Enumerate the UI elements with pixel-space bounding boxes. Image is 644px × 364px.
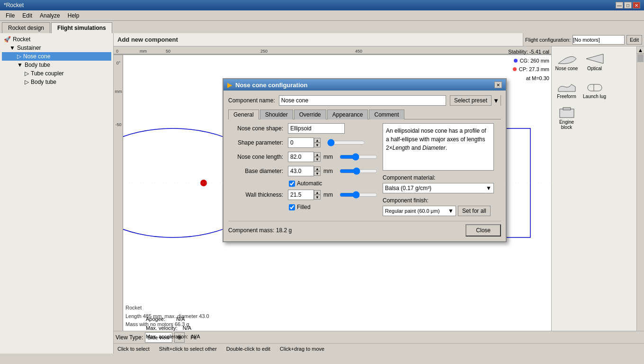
- dialog-body: Component name: Select preset ▼ General …: [224, 91, 506, 241]
- nose-length-row: Nose cone length: ▲ ▼ mm: [228, 152, 379, 162]
- max-accel-label: Max. acceleration:: [146, 334, 188, 339]
- svg-text:250: 250: [260, 49, 268, 54]
- filled-row: Filled: [289, 204, 379, 210]
- tab-shoulder[interactable]: Shoulder: [260, 109, 293, 119]
- nose-length-input[interactable]: [288, 152, 314, 162]
- scrollbar-up-btn[interactable]: ▲: [637, 46, 644, 54]
- app-tabs: Rocket design Flight simulations: [0, 21, 644, 33]
- apogee-label: Apogee:: [146, 316, 165, 322]
- comp-icon-launchlug[interactable]: Launch lug: [581, 76, 608, 102]
- close-button[interactable]: ✕: [633, 2, 640, 9]
- wall-thick-down-btn[interactable]: ▼: [314, 195, 321, 200]
- form-fields: Nose cone shape: ConicalOgiveEllipsoidPo…: [228, 123, 379, 216]
- nosecone-icon: ▷: [17, 53, 21, 60]
- preset-dropdown-button[interactable]: ▼: [491, 95, 501, 106]
- filled-checkbox[interactable]: [289, 204, 295, 210]
- tab-flight-simulations[interactable]: Flight simulations: [51, 22, 112, 33]
- comp-icon-nosecone[interactable]: Nose cone: [554, 48, 580, 74]
- tab-override[interactable]: Override: [294, 109, 326, 119]
- tree-bodytube1-label: Body tube: [25, 62, 50, 68]
- ruler-horizontal: 0 mm 50 250 450: [114, 46, 551, 55]
- flight-config-select[interactable]: [No motors]: [572, 35, 625, 45]
- bodytube2-icon: ▷: [25, 79, 29, 85]
- flight-config-label: Flight configuration:: [525, 37, 571, 43]
- nose-length-slider[interactable]: [340, 153, 377, 161]
- tree-sustainer[interactable]: ▼ Sustainer: [2, 44, 111, 52]
- shape-param-up-btn[interactable]: ▲: [314, 138, 321, 143]
- tab-rocket-design[interactable]: Rocket design: [2, 22, 50, 33]
- rocket-icon: 🚀: [4, 36, 11, 43]
- shape-param-down-btn[interactable]: ▼: [314, 143, 321, 147]
- maximize-button[interactable]: □: [624, 2, 632, 9]
- tab-general[interactable]: General: [228, 109, 259, 119]
- dialog-close-x-button[interactable]: ✕: [494, 82, 502, 88]
- comp-icon-optical[interactable]: Optical: [581, 48, 608, 74]
- shape-param-row: Shape parameter: ▲ ▼: [228, 137, 379, 148]
- minimize-button[interactable]: —: [616, 2, 623, 9]
- finish-label: Component finish:: [383, 197, 501, 204]
- svg-text:mm: mm: [115, 89, 122, 94]
- tree-bodytube1[interactable]: ▼ Body tube: [2, 61, 111, 69]
- wall-thick-slider[interactable]: [340, 191, 377, 199]
- close-dialog-button[interactable]: Close: [465, 224, 501, 237]
- max-vel-row: Max. velocity: N/A: [146, 324, 200, 333]
- wall-thick-input[interactable]: [288, 190, 314, 200]
- status-shift-click: Shift+click to select other: [159, 346, 217, 352]
- edit-flight-config-button[interactable]: Edit: [626, 35, 642, 45]
- shape-param-input[interactable]: [288, 137, 314, 148]
- base-diam-up-btn[interactable]: ▲: [314, 166, 321, 171]
- menu-file[interactable]: File: [2, 11, 18, 20]
- component-name-input[interactable]: [279, 95, 446, 106]
- optical-icon-label: Optical: [587, 66, 602, 71]
- tree-nosecone[interactable]: ▷ Nose cone: [2, 52, 111, 61]
- tree-bodytube2-label: Body tube: [31, 79, 56, 85]
- tree-tubecoupler[interactable]: ▷ Tube coupler: [2, 69, 111, 78]
- wall-thick-up-btn[interactable]: ▲: [314, 190, 321, 195]
- nose-shape-select[interactable]: ConicalOgiveEllipsoidPower seriesParabol…: [288, 123, 345, 134]
- freeform-icon-svg: [557, 80, 576, 94]
- svg-rect-18: [588, 84, 602, 91]
- tab-comment[interactable]: Comment: [369, 109, 404, 119]
- base-diam-input[interactable]: [288, 166, 314, 176]
- svg-text:0°: 0°: [116, 61, 121, 65]
- v-scrollbar[interactable]: ▲: [636, 46, 644, 331]
- cp-info: CP: 27.3 mm: [508, 65, 549, 74]
- nose-length-spinner-btns: ▲ ▼: [314, 152, 321, 162]
- tubecoupler-icon: ▷: [25, 70, 29, 77]
- base-diam-slider[interactable]: [340, 167, 377, 175]
- shape-param-slider[interactable]: [327, 139, 365, 146]
- nose-shape-label: Nose cone shape:: [228, 125, 285, 132]
- apogee-row: Apogee: N/A: [146, 315, 200, 324]
- tree-nosecone-label: Nose cone: [23, 53, 50, 60]
- mach-label: at M=0.30: [508, 74, 549, 83]
- name-label: Component name:: [228, 97, 275, 104]
- nose-length-spinner: ▲ ▼: [288, 152, 321, 162]
- scrollbar-thumb[interactable]: [637, 55, 644, 62]
- menu-analyze[interactable]: Analyze: [36, 11, 64, 20]
- menu-edit[interactable]: Edit: [18, 11, 36, 20]
- cg-icon: [514, 59, 518, 63]
- stability-value: Stability: -5.41 cal: [508, 47, 549, 56]
- material-select-container[interactable]: Balsa (0.17 g/cm³) ▼: [383, 183, 494, 193]
- menu-help[interactable]: Help: [64, 11, 83, 20]
- nose-length-up-btn[interactable]: ▲: [314, 152, 321, 157]
- tab-appearance[interactable]: Appearance: [327, 109, 368, 119]
- cg-info: CG: 260 mm: [508, 56, 549, 65]
- nose-length-down-btn[interactable]: ▼: [314, 157, 321, 162]
- wall-thick-unit: mm: [323, 191, 333, 198]
- finish-select-container[interactable]: Regular paint (60.0 μm) ▼: [383, 206, 456, 216]
- comp-icon-freeform[interactable]: Freeform: [554, 76, 580, 102]
- status-drag: Click+drag to move: [280, 346, 324, 352]
- tree-root[interactable]: 🚀 Rocket: [2, 35, 111, 44]
- flight-config-bar: Flight configuration: [No motors] Edit: [523, 33, 644, 46]
- tree-bodytube2[interactable]: ▷ Body tube: [2, 78, 111, 86]
- base-diam-unit: mm: [323, 168, 333, 174]
- wall-thick-label: Wall thickness:: [228, 191, 285, 198]
- set-for-all-button[interactable]: Set for all: [458, 206, 491, 216]
- comp-icon-engineblock[interactable]: Engine block: [554, 104, 580, 130]
- base-diam-down-btn[interactable]: ▼: [314, 171, 321, 176]
- automatic-checkbox[interactable]: [289, 181, 295, 187]
- max-accel-row: Max. acceleration: N/A: [146, 332, 200, 341]
- svg-text:mm: mm: [140, 49, 147, 54]
- svg-rect-20: [560, 109, 574, 118]
